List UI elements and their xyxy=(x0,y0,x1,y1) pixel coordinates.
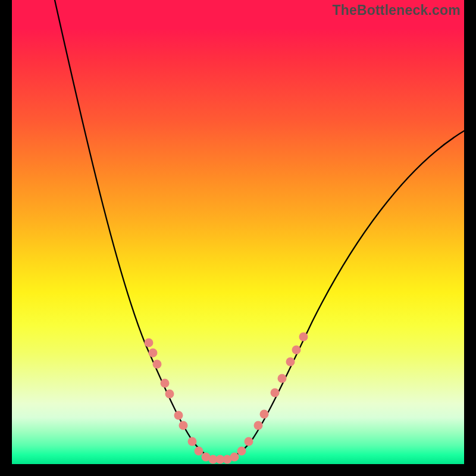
data-point xyxy=(292,346,301,355)
data-point xyxy=(188,437,197,446)
data-point xyxy=(165,390,174,399)
plot-area: TheBottleneck.com xyxy=(12,0,464,464)
data-point xyxy=(286,358,295,367)
data-point xyxy=(299,333,308,342)
bottleneck-curve xyxy=(55,0,464,459)
data-point xyxy=(161,379,170,388)
data-point xyxy=(271,389,280,397)
data-point xyxy=(149,349,158,358)
data-point xyxy=(230,453,239,462)
curve-layer xyxy=(12,0,464,464)
data-point xyxy=(278,374,287,383)
chart-frame: TheBottleneck.com xyxy=(0,0,476,476)
data-point xyxy=(179,421,188,430)
data-point xyxy=(245,437,253,446)
data-point xyxy=(145,339,154,347)
data-point xyxy=(254,421,263,430)
data-point xyxy=(153,360,162,369)
data-point xyxy=(195,447,203,456)
data-points xyxy=(145,333,308,464)
data-point xyxy=(237,447,246,456)
data-point xyxy=(174,411,183,420)
data-point xyxy=(260,410,269,419)
